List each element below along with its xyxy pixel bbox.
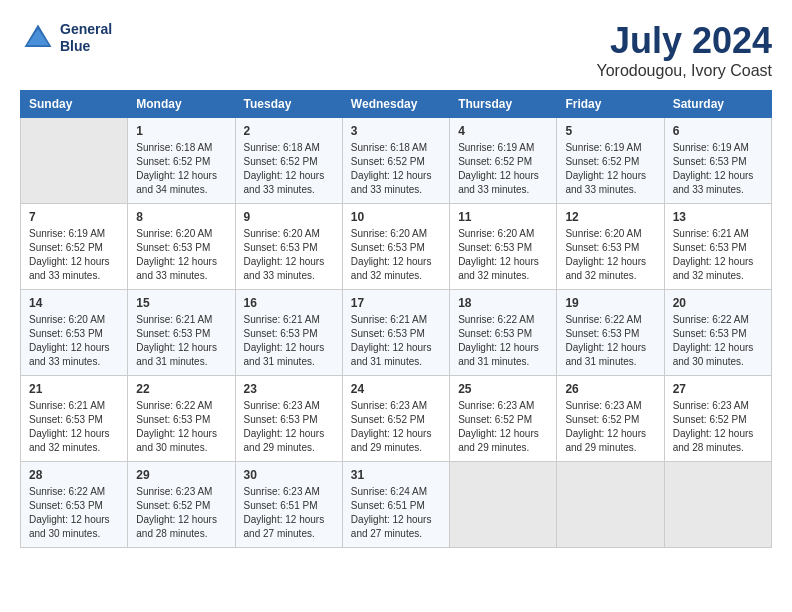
day-info: Sunrise: 6:19 AM Sunset: 6:52 PM Dayligh… xyxy=(565,141,655,197)
calendar-cell: 25Sunrise: 6:23 AM Sunset: 6:52 PM Dayli… xyxy=(450,376,557,462)
col-header-saturday: Saturday xyxy=(664,91,771,118)
day-number: 26 xyxy=(565,382,655,396)
calendar-cell: 7Sunrise: 6:19 AM Sunset: 6:52 PM Daylig… xyxy=(21,204,128,290)
day-number: 1 xyxy=(136,124,226,138)
day-number: 7 xyxy=(29,210,119,224)
day-number: 21 xyxy=(29,382,119,396)
location: Yorodougou, Ivory Coast xyxy=(596,62,772,80)
calendar-cell: 6Sunrise: 6:19 AM Sunset: 6:53 PM Daylig… xyxy=(664,118,771,204)
calendar-cell: 10Sunrise: 6:20 AM Sunset: 6:53 PM Dayli… xyxy=(342,204,449,290)
calendar-cell: 13Sunrise: 6:21 AM Sunset: 6:53 PM Dayli… xyxy=(664,204,771,290)
day-info: Sunrise: 6:23 AM Sunset: 6:51 PM Dayligh… xyxy=(244,485,334,541)
calendar-cell: 12Sunrise: 6:20 AM Sunset: 6:53 PM Dayli… xyxy=(557,204,664,290)
day-number: 4 xyxy=(458,124,548,138)
day-number: 6 xyxy=(673,124,763,138)
day-info: Sunrise: 6:23 AM Sunset: 6:52 PM Dayligh… xyxy=(351,399,441,455)
calendar-row: 7Sunrise: 6:19 AM Sunset: 6:52 PM Daylig… xyxy=(21,204,772,290)
day-info: Sunrise: 6:21 AM Sunset: 6:53 PM Dayligh… xyxy=(351,313,441,369)
col-header-thursday: Thursday xyxy=(450,91,557,118)
day-number: 25 xyxy=(458,382,548,396)
calendar-cell: 1Sunrise: 6:18 AM Sunset: 6:52 PM Daylig… xyxy=(128,118,235,204)
day-number: 2 xyxy=(244,124,334,138)
day-number: 31 xyxy=(351,468,441,482)
day-number: 27 xyxy=(673,382,763,396)
day-number: 29 xyxy=(136,468,226,482)
page-header: General Blue July 2024 Yorodougou, Ivory… xyxy=(20,20,772,80)
day-info: Sunrise: 6:23 AM Sunset: 6:52 PM Dayligh… xyxy=(136,485,226,541)
col-header-tuesday: Tuesday xyxy=(235,91,342,118)
calendar-cell: 19Sunrise: 6:22 AM Sunset: 6:53 PM Dayli… xyxy=(557,290,664,376)
day-number: 14 xyxy=(29,296,119,310)
day-number: 20 xyxy=(673,296,763,310)
day-info: Sunrise: 6:21 AM Sunset: 6:53 PM Dayligh… xyxy=(244,313,334,369)
calendar-cell: 28Sunrise: 6:22 AM Sunset: 6:53 PM Dayli… xyxy=(21,462,128,548)
day-info: Sunrise: 6:18 AM Sunset: 6:52 PM Dayligh… xyxy=(351,141,441,197)
day-number: 10 xyxy=(351,210,441,224)
day-info: Sunrise: 6:24 AM Sunset: 6:51 PM Dayligh… xyxy=(351,485,441,541)
day-info: Sunrise: 6:20 AM Sunset: 6:53 PM Dayligh… xyxy=(136,227,226,283)
logo-icon xyxy=(20,20,56,56)
calendar-cell: 5Sunrise: 6:19 AM Sunset: 6:52 PM Daylig… xyxy=(557,118,664,204)
calendar-cell: 20Sunrise: 6:22 AM Sunset: 6:53 PM Dayli… xyxy=(664,290,771,376)
day-info: Sunrise: 6:18 AM Sunset: 6:52 PM Dayligh… xyxy=(136,141,226,197)
calendar-cell: 3Sunrise: 6:18 AM Sunset: 6:52 PM Daylig… xyxy=(342,118,449,204)
logo-line1: General xyxy=(60,21,112,38)
calendar-cell: 16Sunrise: 6:21 AM Sunset: 6:53 PM Dayli… xyxy=(235,290,342,376)
calendar-cell: 27Sunrise: 6:23 AM Sunset: 6:52 PM Dayli… xyxy=(664,376,771,462)
logo-text: General Blue xyxy=(60,21,112,55)
day-info: Sunrise: 6:20 AM Sunset: 6:53 PM Dayligh… xyxy=(565,227,655,283)
day-info: Sunrise: 6:22 AM Sunset: 6:53 PM Dayligh… xyxy=(458,313,548,369)
calendar-cell xyxy=(450,462,557,548)
calendar-cell xyxy=(21,118,128,204)
day-number: 23 xyxy=(244,382,334,396)
day-number: 19 xyxy=(565,296,655,310)
day-info: Sunrise: 6:19 AM Sunset: 6:52 PM Dayligh… xyxy=(458,141,548,197)
day-number: 15 xyxy=(136,296,226,310)
calendar-cell: 18Sunrise: 6:22 AM Sunset: 6:53 PM Dayli… xyxy=(450,290,557,376)
calendar-cell: 23Sunrise: 6:23 AM Sunset: 6:53 PM Dayli… xyxy=(235,376,342,462)
calendar-cell: 21Sunrise: 6:21 AM Sunset: 6:53 PM Dayli… xyxy=(21,376,128,462)
logo: General Blue xyxy=(20,20,112,56)
day-info: Sunrise: 6:23 AM Sunset: 6:52 PM Dayligh… xyxy=(565,399,655,455)
day-number: 16 xyxy=(244,296,334,310)
day-info: Sunrise: 6:20 AM Sunset: 6:53 PM Dayligh… xyxy=(29,313,119,369)
day-info: Sunrise: 6:21 AM Sunset: 6:53 PM Dayligh… xyxy=(673,227,763,283)
title-block: July 2024 Yorodougou, Ivory Coast xyxy=(596,20,772,80)
calendar-cell: 29Sunrise: 6:23 AM Sunset: 6:52 PM Dayli… xyxy=(128,462,235,548)
calendar-table: SundayMondayTuesdayWednesdayThursdayFrid… xyxy=(20,90,772,548)
day-info: Sunrise: 6:20 AM Sunset: 6:53 PM Dayligh… xyxy=(351,227,441,283)
day-number: 8 xyxy=(136,210,226,224)
calendar-cell: 4Sunrise: 6:19 AM Sunset: 6:52 PM Daylig… xyxy=(450,118,557,204)
day-info: Sunrise: 6:19 AM Sunset: 6:53 PM Dayligh… xyxy=(673,141,763,197)
day-number: 13 xyxy=(673,210,763,224)
calendar-cell: 17Sunrise: 6:21 AM Sunset: 6:53 PM Dayli… xyxy=(342,290,449,376)
calendar-cell: 22Sunrise: 6:22 AM Sunset: 6:53 PM Dayli… xyxy=(128,376,235,462)
day-number: 3 xyxy=(351,124,441,138)
day-number: 5 xyxy=(565,124,655,138)
calendar-row: 1Sunrise: 6:18 AM Sunset: 6:52 PM Daylig… xyxy=(21,118,772,204)
day-number: 28 xyxy=(29,468,119,482)
calendar-cell: 11Sunrise: 6:20 AM Sunset: 6:53 PM Dayli… xyxy=(450,204,557,290)
calendar-cell: 24Sunrise: 6:23 AM Sunset: 6:52 PM Dayli… xyxy=(342,376,449,462)
calendar-header-row: SundayMondayTuesdayWednesdayThursdayFrid… xyxy=(21,91,772,118)
day-info: Sunrise: 6:20 AM Sunset: 6:53 PM Dayligh… xyxy=(244,227,334,283)
day-info: Sunrise: 6:22 AM Sunset: 6:53 PM Dayligh… xyxy=(673,313,763,369)
logo-line2: Blue xyxy=(60,38,112,55)
day-number: 22 xyxy=(136,382,226,396)
day-info: Sunrise: 6:21 AM Sunset: 6:53 PM Dayligh… xyxy=(29,399,119,455)
calendar-cell: 15Sunrise: 6:21 AM Sunset: 6:53 PM Dayli… xyxy=(128,290,235,376)
col-header-sunday: Sunday xyxy=(21,91,128,118)
day-number: 9 xyxy=(244,210,334,224)
calendar-cell: 14Sunrise: 6:20 AM Sunset: 6:53 PM Dayli… xyxy=(21,290,128,376)
calendar-cell: 8Sunrise: 6:20 AM Sunset: 6:53 PM Daylig… xyxy=(128,204,235,290)
day-info: Sunrise: 6:23 AM Sunset: 6:53 PM Dayligh… xyxy=(244,399,334,455)
day-info: Sunrise: 6:22 AM Sunset: 6:53 PM Dayligh… xyxy=(136,399,226,455)
calendar-row: 14Sunrise: 6:20 AM Sunset: 6:53 PM Dayli… xyxy=(21,290,772,376)
calendar-cell: 9Sunrise: 6:20 AM Sunset: 6:53 PM Daylig… xyxy=(235,204,342,290)
day-info: Sunrise: 6:20 AM Sunset: 6:53 PM Dayligh… xyxy=(458,227,548,283)
day-number: 12 xyxy=(565,210,655,224)
day-number: 30 xyxy=(244,468,334,482)
calendar-cell: 26Sunrise: 6:23 AM Sunset: 6:52 PM Dayli… xyxy=(557,376,664,462)
day-info: Sunrise: 6:21 AM Sunset: 6:53 PM Dayligh… xyxy=(136,313,226,369)
day-info: Sunrise: 6:19 AM Sunset: 6:52 PM Dayligh… xyxy=(29,227,119,283)
